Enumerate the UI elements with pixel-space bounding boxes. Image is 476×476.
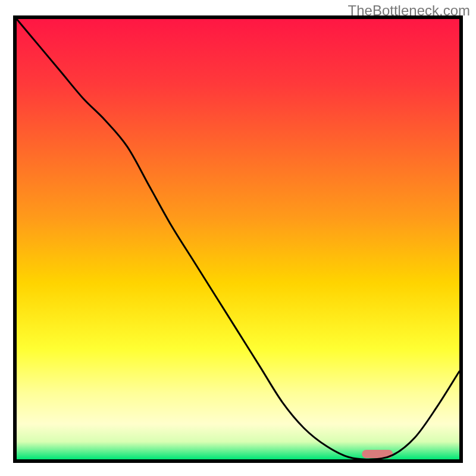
watermark-text: TheBottleneck.com bbox=[348, 2, 470, 19]
plot-background bbox=[17, 19, 459, 459]
chart-container: TheBottleneck.com bbox=[0, 0, 476, 476]
bottleneck-chart bbox=[0, 0, 476, 476]
